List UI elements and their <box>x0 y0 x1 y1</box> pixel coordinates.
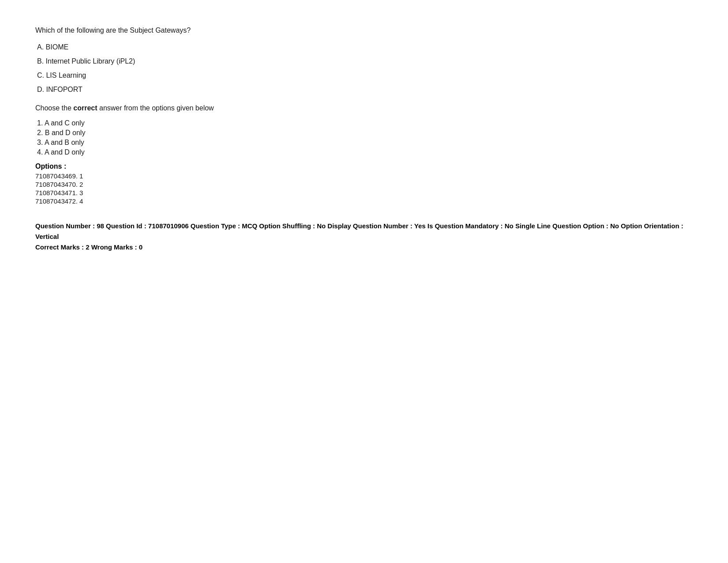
meta-info: Question Number : 98 Question Id : 71087… <box>35 221 693 253</box>
option-b: B. Internet Public Library (iPL2) <box>35 57 693 65</box>
answer-options: 1. A and C only 2. B and D only 3. A and… <box>35 119 693 156</box>
answer-option-2: 2. B and D only <box>35 129 693 137</box>
instruction-suffix: answer from the options given below <box>98 104 214 112</box>
answer-option-4: 4. A and D only <box>35 148 693 156</box>
option-c: C. LIS Learning <box>35 72 693 79</box>
option-codes-list: 71087043469. 1 71087043470. 2 7108704347… <box>35 172 693 205</box>
options-label: Options : <box>35 162 693 170</box>
meta-line1: Question Number : 98 Question Id : 71087… <box>35 221 693 242</box>
option-code-2: 71087043470. 2 <box>35 181 693 188</box>
meta-line2: Correct Marks : 2 Wrong Marks : 0 <box>35 242 693 253</box>
option-d: D. INFOPORT <box>35 86 693 94</box>
answer-option-1: 1. A and C only <box>35 119 693 127</box>
question-options: A. BIOME B. Internet Public Library (iPL… <box>35 43 693 94</box>
option-code-3: 71087043471. 3 <box>35 189 693 196</box>
answer-option-3: 3. A and B only <box>35 139 693 147</box>
option-code-1: 71087043469. 1 <box>35 172 693 180</box>
question-text: Which of the following are the Subject G… <box>35 26 693 34</box>
option-code-4: 71087043472. 4 <box>35 197 693 205</box>
instruction-bold: correct <box>73 104 97 112</box>
option-a: A. BIOME <box>35 43 693 51</box>
instruction-prefix: Choose the <box>35 104 73 112</box>
instruction-text: Choose the correct answer from the optio… <box>35 104 693 112</box>
